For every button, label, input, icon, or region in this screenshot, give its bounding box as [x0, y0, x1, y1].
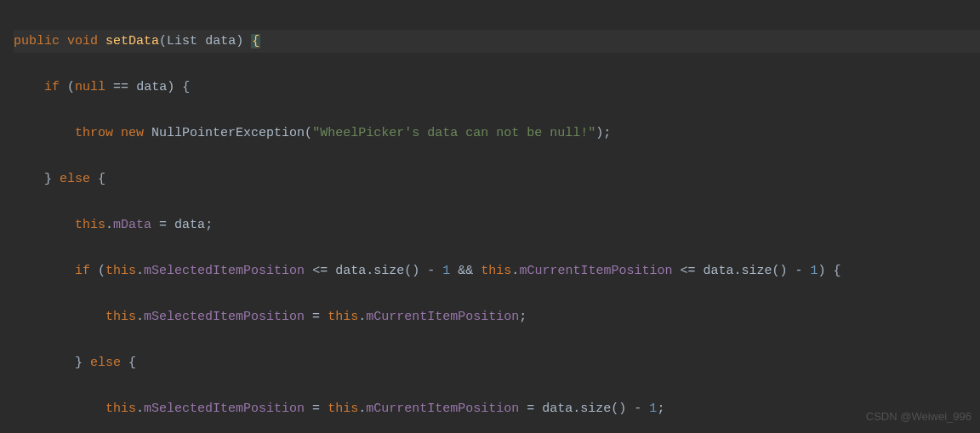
number: 1 — [442, 264, 450, 278]
variable: data — [136, 80, 167, 94]
operator: - — [427, 264, 435, 278]
dot: . — [136, 264, 144, 278]
operator: - — [634, 402, 641, 416]
brace: { — [834, 264, 841, 278]
operator: = — [159, 218, 167, 232]
punct: () — [611, 402, 626, 416]
field: mCurrentItemPosition — [366, 402, 519, 416]
operator: && — [458, 264, 473, 278]
code-line[interactable]: this.mSelectedItemPosition = this.mCurre… — [14, 397, 980, 420]
type: List — [167, 34, 197, 48]
variable: data — [703, 264, 733, 278]
brace: { — [98, 172, 105, 186]
method-call: size — [580, 402, 611, 416]
keyword-throw: throw — [75, 126, 113, 140]
method-call: size — [741, 264, 772, 278]
keyword-this: this — [328, 402, 358, 416]
punct: ) — [167, 80, 174, 94]
dot: . — [358, 402, 366, 416]
dot: . — [136, 402, 144, 416]
punct: ) — [236, 34, 243, 48]
semicolon: ; — [657, 402, 664, 416]
keyword-else: else — [90, 356, 121, 370]
punct: () — [772, 264, 788, 278]
punct: ( — [67, 80, 75, 94]
brace: { — [182, 80, 190, 94]
semicolon: ; — [603, 126, 611, 140]
keyword-new: new — [121, 126, 144, 140]
code-line[interactable]: throw new NullPointerException("WheelPic… — [14, 122, 980, 145]
code-line[interactable]: this.mData = data; — [14, 214, 980, 236]
punct: () — [404, 264, 419, 278]
brace: } — [75, 356, 83, 370]
operator: = — [312, 402, 320, 416]
brace: } — [44, 172, 52, 186]
punct: ( — [98, 264, 105, 278]
class-name: NullPointerException — [151, 126, 305, 140]
code-line[interactable]: if (this.mSelectedItemPosition <= data.s… — [14, 259, 980, 282]
keyword-this: this — [481, 264, 511, 278]
operator: == — [113, 80, 128, 94]
semicolon: ; — [205, 218, 213, 232]
keyword-this: this — [105, 264, 136, 278]
field: mData — [113, 218, 151, 232]
keyword-this: this — [328, 310, 358, 324]
code-line[interactable]: if (null == data) { — [14, 76, 980, 99]
dot: . — [573, 402, 580, 416]
dot: . — [358, 310, 366, 324]
keyword-else: else — [60, 172, 90, 186]
keyword-this: this — [105, 402, 136, 416]
field: mCurrentItemPosition — [366, 310, 519, 324]
keyword-this: this — [75, 218, 105, 232]
variable: data — [542, 402, 573, 416]
brace-open-cursor: { — [251, 34, 260, 48]
punct: ( — [305, 126, 312, 140]
keyword-null: null — [75, 80, 105, 94]
field: mCurrentItemPosition — [519, 264, 672, 278]
code-line[interactable]: public void setData(List data) { — [14, 30, 980, 53]
method-name: setData — [105, 34, 159, 48]
variable: data — [335, 264, 366, 278]
punct: ) — [818, 264, 826, 278]
dot: . — [366, 264, 373, 278]
punct: ) — [595, 126, 603, 140]
variable: data — [174, 218, 205, 232]
dot: . — [105, 218, 113, 232]
operator: = — [527, 402, 534, 416]
keyword-if: if — [75, 264, 90, 278]
param: data — [205, 34, 236, 48]
field: mSelectedItemPosition — [144, 310, 305, 324]
code-line[interactable]: } else { — [14, 168, 980, 191]
brace: { — [128, 356, 136, 370]
dot: . — [136, 310, 144, 324]
keyword-public: public — [14, 34, 60, 48]
operator: = — [312, 310, 320, 324]
semicolon: ; — [519, 310, 527, 324]
number: 1 — [811, 264, 818, 278]
code-line[interactable]: this.mSelectedItemPosition = this.mCurre… — [14, 305, 980, 328]
keyword-this: this — [105, 310, 136, 324]
keyword-if: if — [44, 80, 60, 94]
code-editor[interactable]: public void setData(List data) { if (nul… — [0, 0, 980, 433]
watermark: CSDN @Weiwei_996 — [866, 405, 971, 428]
punct: ( — [159, 34, 167, 48]
operator: <= — [312, 264, 328, 278]
keyword-void: void — [67, 34, 98, 48]
operator: - — [795, 264, 803, 278]
field: mSelectedItemPosition — [144, 402, 305, 416]
string-literal: "WheelPicker's data can not be null!" — [312, 126, 595, 140]
code-line[interactable]: } else { — [14, 351, 980, 374]
operator: <= — [680, 264, 695, 278]
field: mSelectedItemPosition — [144, 264, 305, 278]
method-call: size — [373, 264, 404, 278]
